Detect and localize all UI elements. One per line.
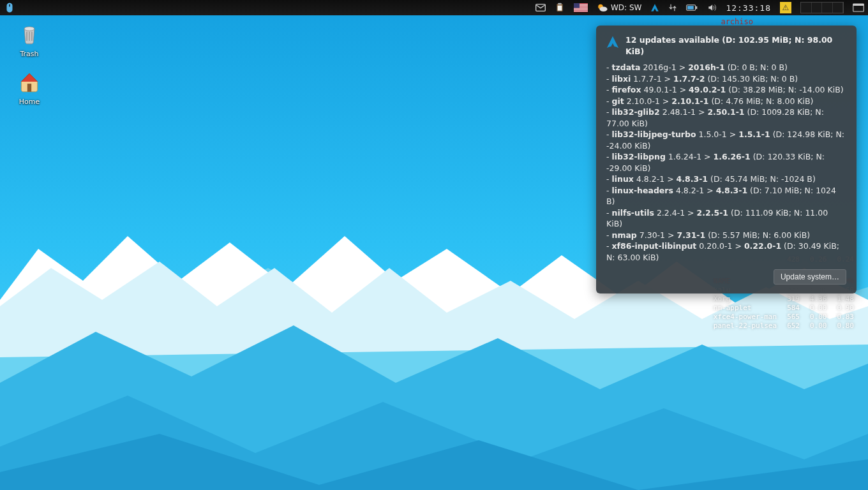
weather-indicator[interactable]: WD: SW: [595, 2, 643, 13]
conky-process-row: xfce4-power-man5650.000.83: [708, 313, 859, 322]
update-line: - firefox 49.0.1-1 > 49.0.2-1 (D: 38.28 …: [606, 84, 846, 96]
weather-text: WD: SW: [611, 3, 641, 12]
trash-desktop-icon[interactable]: Trash: [11, 22, 47, 58]
weather-cloud-icon: [597, 2, 608, 13]
sysmon-graph: [800, 2, 844, 13]
network-indicator[interactable]: [667, 3, 678, 12]
popup-title: 12 updates available (D: 102.95 MiB; N: …: [625, 34, 846, 57]
mail-indicator[interactable]: [534, 4, 547, 11]
update-line: - xf86-input-libinput 0.20.0-1 > 0.22.0-…: [606, 241, 846, 263]
update-line: - lib32-libpng 1.6.24-1 > 1.6.26-1 (D: 1…: [606, 151, 846, 174]
svg-rect-16: [574, 10, 588, 10]
clipboard-indicator[interactable]: [553, 3, 566, 13]
update-line: - lib32-glib2 2.48.1-1 > 2.50.1-1 (D: 10…: [606, 107, 846, 129]
update-line: - linux-headers 4.8.2-1 > 4.8.3-1 (D: 7.…: [606, 185, 846, 207]
update-line: - nilfs-utils 2.2.4-1 > 2.2.5-1 (D: 111.…: [606, 207, 846, 230]
speaker-icon: [707, 3, 717, 12]
home-label: Home: [11, 98, 47, 106]
svg-rect-9: [558, 3, 561, 5]
us-flag-icon: [574, 3, 588, 12]
show-desktop-icon: [853, 3, 864, 12]
svg-rect-22: [696, 6, 698, 9]
update-line: - linux 4.8.2-1 > 4.8.3-1 (D: 45.74 MiB;…: [606, 174, 846, 185]
conky-process-row: panel-22-pulsea6520.000.80: [708, 322, 859, 330]
svg-rect-15: [574, 8, 588, 9]
update-line: - nmap 7.30-1 > 7.31-1 (D: 5.57 MiB; N: …: [606, 230, 846, 241]
svg-rect-18: [574, 3, 580, 8]
battery-icon: [686, 4, 698, 11]
battery-indicator[interactable]: [685, 4, 699, 11]
show-desktop-button[interactable]: [851, 3, 865, 12]
arch-icon: [650, 3, 659, 12]
system-monitor-applet[interactable]: [799, 2, 845, 13]
svg-rect-17: [574, 11, 588, 11]
volume-indicator[interactable]: [705, 3, 718, 12]
mouse-icon: [4, 2, 15, 13]
envelope-icon: [535, 4, 546, 11]
svg-rect-23: [687, 6, 694, 10]
update-line: - lib32-libjpeg-turbo 1.5.0-1 > 1.5.1-1 …: [606, 129, 846, 151]
update-line: - tzdata 2016g-1 > 2016h-1 (D: 0 B; N: 0…: [606, 62, 846, 73]
update-list: - tzdata 2016g-1 > 2016h-1 (D: 0 B; N: 0…: [606, 62, 846, 263]
update-line: - libxi 1.7.7-1 > 1.7.7-2 (D: 145.30 KiB…: [606, 73, 846, 85]
trash-icon: [17, 22, 41, 46]
conky-process-row: nm-applet5840.000.90: [708, 304, 859, 313]
notification-indicator[interactable]: ⚠: [779, 2, 793, 13]
update-system-button[interactable]: Update system…: [774, 269, 846, 285]
update-notification-popup: 12 updates available (D: 102.95 MiB; N: …: [596, 26, 857, 293]
top-panel: WD: SW 12:33:18 ⚠: [0, 0, 868, 15]
desktop-icons: Trash Home: [11, 22, 47, 106]
notification-icon: ⚠: [780, 2, 791, 13]
network-updown-icon: [668, 3, 677, 12]
svg-point-26: [24, 27, 34, 31]
applications-menu-button[interactable]: [3, 2, 17, 13]
home-desktop-icon[interactable]: Home: [11, 70, 47, 106]
svg-rect-27: [27, 84, 31, 92]
arch-logo-icon: [606, 36, 619, 48]
update-line: - git 2.10.0-1 > 2.10.1-1 (D: 4.76 MiB; …: [606, 96, 846, 107]
home-icon: [17, 70, 41, 94]
clipboard-icon: [555, 3, 565, 13]
svg-point-20: [599, 7, 607, 12]
update-indicator[interactable]: [649, 3, 661, 12]
clock[interactable]: 12:33:18: [724, 3, 772, 13]
trash-label: Trash: [11, 50, 47, 58]
keyboard-layout-indicator[interactable]: [572, 3, 589, 12]
svg-rect-25: [853, 4, 864, 6]
svg-rect-10: [558, 6, 562, 11]
conky-process-row: Xorg3194.361.48: [708, 295, 859, 304]
hostname-label: archiso: [721, 17, 753, 26]
